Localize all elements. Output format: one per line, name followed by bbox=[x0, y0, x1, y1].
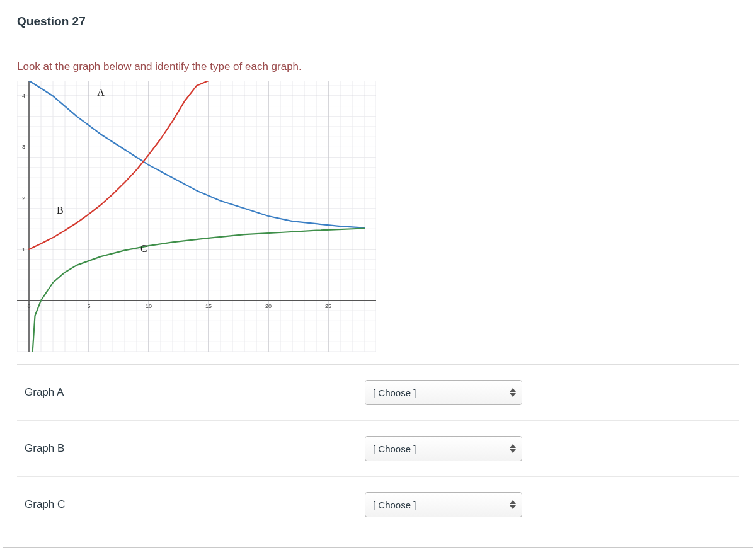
select-graph-a[interactable]: [ Choose ] bbox=[365, 380, 522, 405]
match-row-a: Graph A [ Choose ] bbox=[17, 365, 739, 421]
svg-text:5: 5 bbox=[87, 303, 90, 309]
question-header: Question 27 bbox=[3, 3, 753, 40]
svg-text:2: 2 bbox=[22, 195, 25, 202]
select-graph-c[interactable]: [ Choose ] bbox=[365, 492, 522, 517]
select-wrap-b: [ Choose ] bbox=[365, 436, 522, 461]
match-label-c: Graph C bbox=[25, 498, 365, 511]
question-card: Question 27 Look at the graph below and … bbox=[3, 3, 753, 548]
svg-text:4: 4 bbox=[22, 93, 25, 99]
svg-text:C: C bbox=[140, 243, 147, 254]
svg-text:20: 20 bbox=[265, 303, 272, 309]
match-label-b: Graph B bbox=[25, 442, 365, 455]
svg-text:25: 25 bbox=[325, 303, 331, 309]
select-wrap-a: [ Choose ] bbox=[365, 380, 522, 405]
svg-text:B: B bbox=[57, 205, 64, 215]
question-title: Question 27 bbox=[17, 14, 739, 28]
select-wrap-c: [ Choose ] bbox=[365, 492, 522, 517]
match-label-a: Graph A bbox=[25, 386, 365, 399]
graph-figure: 05101520251234ABC bbox=[17, 81, 376, 352]
svg-text:3: 3 bbox=[22, 144, 25, 150]
svg-text:10: 10 bbox=[146, 303, 152, 309]
match-row-c: Graph C [ Choose ] bbox=[17, 477, 739, 532]
svg-text:0: 0 bbox=[27, 303, 30, 309]
question-body: Look at the graph below and identify the… bbox=[3, 40, 753, 547]
svg-text:15: 15 bbox=[205, 303, 212, 309]
svg-text:A: A bbox=[97, 87, 105, 98]
svg-text:1: 1 bbox=[22, 246, 25, 253]
select-graph-b[interactable]: [ Choose ] bbox=[365, 436, 522, 461]
question-prompt: Look at the graph below and identify the… bbox=[17, 60, 739, 73]
match-row-b: Graph B [ Choose ] bbox=[17, 421, 739, 477]
